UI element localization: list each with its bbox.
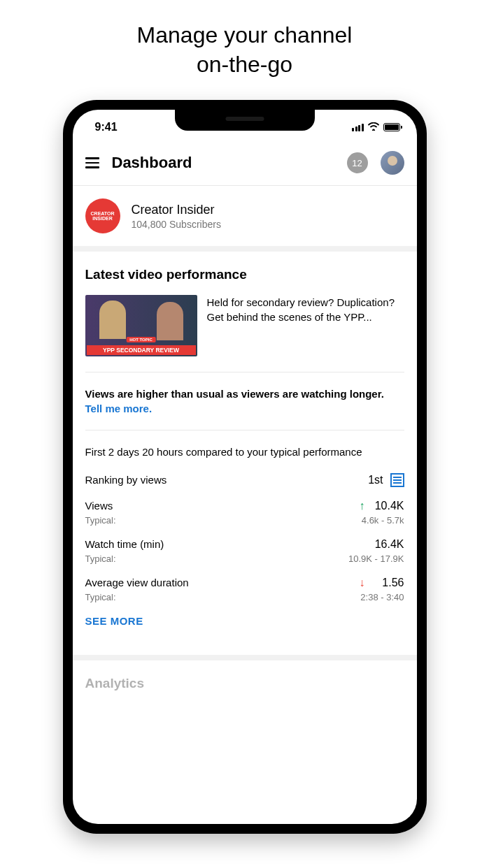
watch-time-typical-value: 10.9K - 17.9K	[348, 554, 404, 564]
notch	[175, 110, 315, 131]
watch-time-typical-row: Typical: 10.9K - 17.9K	[85, 554, 404, 564]
arrow-down-icon: ↓	[360, 577, 365, 589]
see-more-link[interactable]: SEE MORE	[85, 615, 404, 627]
channel-card[interactable]: CREATOR INSIDER Creator Insider 104,800 …	[73, 186, 417, 252]
ranking-value: 1st	[368, 474, 383, 486]
analytics-section-title: Analytics	[73, 660, 417, 691]
insight-text: Views are higher than usual as viewers a…	[85, 386, 404, 416]
wifi-icon	[368, 121, 379, 133]
latest-video-row[interactable]: HOT TOPIC YPP SECONDARY REVIEW Held for …	[85, 295, 404, 356]
video-title: Held for secondary review? Duplication? …	[207, 295, 404, 324]
avd-value: 1.56	[372, 577, 404, 589]
performance-card: Latest video performance HOT TOPIC YPP S…	[73, 252, 417, 642]
insight-message: Views are higher than usual as viewers a…	[85, 388, 384, 400]
tell-me-more-link[interactable]: Tell me more.	[85, 403, 153, 414]
views-label: Views	[85, 500, 113, 512]
divider	[85, 372, 404, 372]
menu-icon[interactable]	[85, 157, 99, 168]
status-icons	[352, 121, 400, 133]
promo-line-1: Manage your channel	[137, 22, 353, 48]
watch-time-label: Watch time (min)	[85, 538, 164, 550]
notification-badge[interactable]: 12	[347, 152, 368, 173]
channel-name: Creator Insider	[132, 203, 404, 217]
thumbnail-hot-topic: HOT TOPIC	[126, 337, 156, 342]
views-typical-row: Typical: 4.6k - 5.7k	[85, 515, 404, 526]
page-title: Dashboard	[112, 154, 334, 172]
ranking-label: Ranking by views	[85, 474, 167, 486]
signal-icon	[352, 124, 364, 131]
channel-subscribers: 104,800 Subscribers	[132, 219, 404, 230]
divider	[73, 655, 417, 660]
thumbnail-banner: YPP SECONDARY REVIEW	[87, 345, 196, 355]
avatar[interactable]	[381, 151, 404, 175]
comparison-label: First 2 days 20 hours compared to your t…	[85, 444, 404, 459]
video-thumbnail[interactable]: HOT TOPIC YPP SECONDARY REVIEW	[85, 295, 197, 356]
phone-frame: 9:41 Dashboard 12 CREATOR INSIDER Creato…	[63, 100, 427, 834]
typical-label: Typical:	[85, 592, 116, 602]
divider	[85, 430, 404, 431]
battery-icon	[383, 123, 400, 131]
watch-time-value: 16.4K	[372, 538, 404, 551]
channel-logo: CREATOR INSIDER	[85, 198, 120, 233]
views-row: Views ↑ 10.4K	[85, 500, 404, 512]
avd-typical-row: Typical: 2:38 - 3:40	[85, 592, 404, 602]
avd-label: Average view duration	[85, 577, 189, 588]
views-value: 10.4K	[372, 500, 404, 512]
arrow-up-icon: ↑	[360, 500, 365, 512]
performance-title: Latest video performance	[85, 267, 404, 282]
typical-label: Typical:	[85, 515, 116, 526]
app-bar: Dashboard 12	[73, 140, 417, 186]
promo-line-2: on-the-go	[197, 52, 292, 77]
channel-info: Creator Insider 104,800 Subscribers	[132, 203, 404, 230]
status-time: 9:41	[90, 121, 118, 133]
views-typical-value: 4.6k - 5.7k	[362, 515, 404, 526]
typical-label: Typical:	[85, 554, 116, 564]
avd-typical-value: 2:38 - 3:40	[360, 592, 404, 602]
ranking-list-icon[interactable]	[390, 473, 404, 487]
avd-row: Average view duration ↓ 1.56	[85, 577, 404, 589]
ranking-row: Ranking by views 1st	[85, 473, 404, 487]
promo-title: Manage your channel on-the-go	[0, 0, 489, 93]
watch-time-row: Watch time (min) 16.4K	[85, 538, 404, 551]
